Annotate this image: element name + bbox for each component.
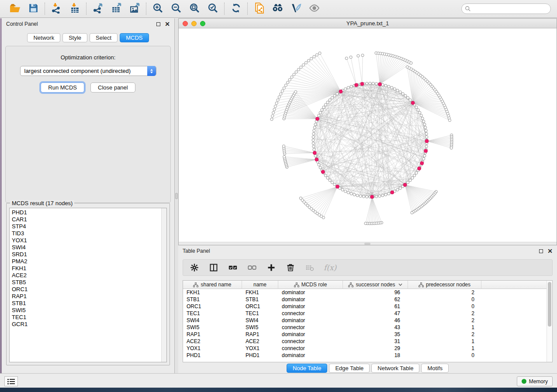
zoom-in-button[interactable]	[152, 3, 164, 15]
network-window-titlebar[interactable]: YPA_prune.txt_1	[179, 19, 557, 28]
table-cell[interactable]: 0	[408, 352, 481, 359]
tab-style[interactable]: Style	[62, 33, 87, 42]
column-header-mcds-role[interactable]: MCDS role	[278, 281, 343, 289]
table-row[interactable]: ORC1ORC1dominator610	[183, 303, 552, 310]
tab-node-table[interactable]: Node Table	[287, 364, 328, 373]
table-cell[interactable]: YOX1	[183, 345, 242, 352]
select-all-icon[interactable]	[228, 262, 238, 273]
divider-handle[interactable]	[364, 243, 370, 245]
refresh-button[interactable]	[230, 3, 242, 15]
mcds-result-item[interactable]: YOX1	[12, 237, 166, 244]
table-cell[interactable]: connector	[278, 338, 343, 345]
table-cell[interactable]: dominator	[278, 296, 343, 303]
import-table-button[interactable]	[69, 3, 81, 15]
table-cell[interactable]: 1	[408, 345, 481, 352]
table-cell[interactable]: ACE2	[183, 338, 242, 345]
table-row[interactable]: RAP1RAP1dominator352	[183, 331, 552, 338]
add-icon[interactable]	[266, 262, 277, 273]
find-button[interactable]	[271, 3, 284, 15]
table-cell[interactable]: 61	[343, 303, 408, 310]
save-session-button[interactable]	[27, 3, 39, 15]
mcds-result-item[interactable]: STP4	[12, 223, 166, 230]
table-scrollbar[interactable]	[547, 281, 552, 362]
delete-icon[interactable]	[285, 262, 296, 273]
duplicate-network-button[interactable]	[253, 3, 265, 15]
table-cell[interactable]: 43	[343, 324, 408, 331]
table-cell[interactable]: YOX1	[242, 345, 278, 352]
table-cell[interactable]: ACE2	[242, 338, 278, 345]
table-row[interactable]: STB1STB1dominator620	[183, 296, 552, 303]
mcds-result-item[interactable]: PHD1	[12, 209, 166, 216]
table-cell[interactable]: PHD1	[242, 352, 278, 359]
tab-mcds[interactable]: MCDS	[120, 33, 149, 42]
export-table-button[interactable]	[110, 3, 122, 15]
table-row[interactable]: SWI5SWI5connector431	[183, 324, 552, 331]
mcds-result-item[interactable]: SRD1	[12, 251, 166, 258]
tab-select[interactable]: Select	[90, 33, 118, 42]
mcds-result-item[interactable]: STB1	[12, 300, 166, 307]
table-cell[interactable]: 1	[408, 324, 481, 331]
table-cell[interactable]: 2	[408, 331, 481, 338]
table-row[interactable]: ACE2ACE2connector311	[183, 338, 552, 345]
network-canvas[interactable]	[179, 28, 557, 242]
table-cell[interactable]: 0	[408, 303, 481, 310]
zoom-fit-button[interactable]	[188, 3, 201, 15]
table-cell[interactable]: 46	[343, 317, 408, 324]
table-cell[interactable]: FKH1	[183, 289, 242, 296]
table-cell[interactable]: SWI5	[242, 324, 278, 331]
mcds-result-item[interactable]: GCR1	[12, 321, 166, 328]
table-scrollbar-thumb[interactable]	[548, 282, 551, 327]
deselect-all-icon[interactable]	[247, 262, 257, 273]
table-cell[interactable]: FKH1	[242, 289, 278, 296]
tab-motifs[interactable]: Motifs	[421, 364, 449, 373]
show-task-history-button[interactable]	[4, 376, 18, 386]
export-image-button[interactable]	[128, 3, 141, 15]
tab-edge-table[interactable]: Edge Table	[329, 364, 370, 373]
close-panel-icon[interactable]: ✕	[547, 249, 553, 253]
columns-icon[interactable]	[208, 262, 219, 273]
column-header-successor-nodes[interactable]: successor nodes	[343, 281, 408, 289]
table-cell[interactable]: PHD1	[183, 352, 242, 359]
float-panel-icon[interactable]	[539, 249, 543, 253]
table-row[interactable]: FKH1FKH1dominator962	[183, 289, 552, 296]
table-row[interactable]: YOX1YOX1connector291	[183, 345, 552, 352]
table-cell[interactable]: SWI4	[242, 317, 278, 324]
memory-button[interactable]: Memory	[517, 376, 553, 386]
table-cell[interactable]: connector	[278, 310, 343, 317]
mcds-result-item[interactable]: TEC1	[12, 314, 166, 321]
gear-icon[interactable]	[189, 262, 200, 273]
table-cell[interactable]: 29	[343, 345, 408, 352]
import-network-button[interactable]	[50, 3, 62, 15]
criterion-select[interactable]: largest connected component (undirected)	[20, 66, 156, 76]
table-cell[interactable]: 18	[343, 352, 408, 359]
tab-network[interactable]: Network	[27, 33, 60, 42]
table-cell[interactable]: dominator	[278, 289, 343, 296]
table-cell[interactable]: 1	[408, 338, 481, 345]
close-panel-icon[interactable]: ✕	[165, 22, 170, 26]
table-cell[interactable]: STB1	[242, 296, 278, 303]
table-cell[interactable]: dominator	[278, 303, 343, 310]
open-file-button[interactable]	[9, 3, 21, 15]
network-bottom-divider[interactable]	[179, 242, 557, 245]
column-header-name[interactable]: name	[242, 281, 278, 289]
table-cell[interactable]: 0	[408, 296, 481, 303]
mcds-result-item[interactable]: SWI4	[12, 244, 166, 251]
mcds-list-scrollbar[interactable]	[161, 208, 166, 362]
table-cell[interactable]: RAP1	[183, 331, 242, 338]
mcds-result-item[interactable]: PMA2	[12, 258, 166, 265]
table-cell[interactable]: 47	[343, 310, 408, 317]
run-mcds-button[interactable]: Run MCDS	[41, 83, 84, 93]
zoom-out-button[interactable]	[170, 3, 182, 15]
mcds-result-item[interactable]: ACE2	[12, 272, 166, 279]
table-cell[interactable]: connector	[278, 324, 343, 331]
mcds-result-item[interactable]: ORC1	[12, 286, 166, 293]
table-cell[interactable]: connector	[278, 345, 343, 352]
table-row[interactable]: PHD1PHD1dominator180	[183, 352, 552, 359]
table-cell[interactable]: 62	[343, 296, 408, 303]
panel-split-divider[interactable]	[175, 18, 178, 373]
delete-table-icon[interactable]	[304, 262, 315, 273]
export-network-button[interactable]	[92, 3, 104, 15]
table-cell[interactable]: STB1	[183, 296, 242, 303]
table-row[interactable]: SWI4SWI4dominator462	[183, 317, 552, 324]
zoom-selected-button[interactable]	[207, 3, 219, 15]
